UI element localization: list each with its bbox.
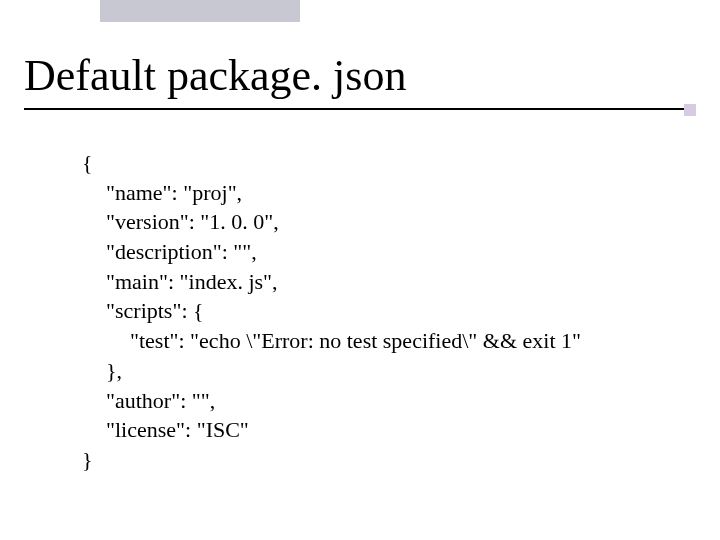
code-line: "description": "",	[82, 237, 581, 267]
top-accent-bar	[100, 0, 300, 22]
code-line: "name": "proj",	[82, 178, 581, 208]
code-line: },	[82, 356, 581, 386]
code-line: "author": "",	[82, 386, 581, 416]
title-underline	[24, 108, 696, 110]
code-line: "test": "echo \"Error: no test specified…	[82, 326, 581, 356]
code-line: "scripts": {	[82, 296, 581, 326]
code-line: "license": "ISC"	[82, 415, 581, 445]
corner-accent	[684, 104, 696, 116]
code-line: "version": "1. 0. 0",	[82, 207, 581, 237]
code-block: { "name": "proj", "version": "1. 0. 0", …	[82, 148, 581, 475]
code-line: {	[82, 150, 93, 175]
code-line: "main": "index. js",	[82, 267, 581, 297]
slide: Default package. json { "name": "proj", …	[0, 0, 720, 540]
code-line: }	[82, 447, 93, 472]
slide-title: Default package. json	[24, 54, 406, 98]
